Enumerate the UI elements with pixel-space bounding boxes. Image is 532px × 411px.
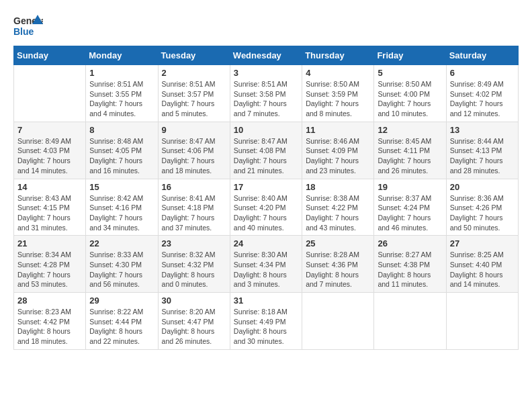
day-info: Sunrise: 8:50 AM Sunset: 4:00 PM Dayligh…: [378, 79, 442, 119]
calendar-cell: 17Sunrise: 8:40 AM Sunset: 4:20 PM Dayli…: [230, 179, 302, 236]
day-number: 11: [306, 125, 370, 135]
day-info: Sunrise: 8:18 AM Sunset: 4:49 PM Dayligh…: [234, 307, 298, 347]
day-number: 24: [234, 238, 298, 248]
calendar-cell: 15Sunrise: 8:42 AM Sunset: 4:16 PM Dayli…: [86, 179, 158, 236]
day-info: Sunrise: 8:38 AM Sunset: 4:22 PM Dayligh…: [306, 193, 370, 233]
calendar-cell: 30Sunrise: 8:20 AM Sunset: 4:47 PM Dayli…: [158, 293, 230, 350]
calendar-cell: [446, 293, 518, 350]
header-wednesday: Wednesday: [230, 46, 302, 65]
week-row-2: 7Sunrise: 8:49 AM Sunset: 4:03 PM Daylig…: [14, 122, 519, 179]
calendar-cell: 28Sunrise: 8:23 AM Sunset: 4:42 PM Dayli…: [14, 293, 86, 350]
calendar-cell: 12Sunrise: 8:45 AM Sunset: 4:11 PM Dayli…: [374, 122, 446, 179]
calendar-cell: 8Sunrise: 8:48 AM Sunset: 4:05 PM Daylig…: [86, 122, 158, 179]
day-info: Sunrise: 8:30 AM Sunset: 4:34 PM Dayligh…: [234, 250, 298, 289]
day-info: Sunrise: 8:51 AM Sunset: 3:55 PM Dayligh…: [89, 79, 154, 119]
week-row-5: 28Sunrise: 8:23 AM Sunset: 4:42 PM Dayli…: [14, 293, 519, 350]
day-info: Sunrise: 8:28 AM Sunset: 4:36 PM Dayligh…: [306, 250, 370, 289]
day-number: 23: [162, 238, 226, 248]
calendar-cell: 24Sunrise: 8:30 AM Sunset: 4:34 PM Dayli…: [230, 236, 302, 293]
logo: General Blue: [13, 13, 43, 39]
header-row: SundayMondayTuesdayWednesdayThursdayFrid…: [14, 46, 519, 65]
header-sunday: Sunday: [14, 46, 86, 65]
header-monday: Monday: [86, 46, 158, 65]
calendar-cell: 20Sunrise: 8:36 AM Sunset: 4:26 PM Dayli…: [446, 179, 518, 236]
calendar-cell: [14, 65, 86, 122]
calendar-cell: [302, 293, 374, 350]
day-info: Sunrise: 8:46 AM Sunset: 4:09 PM Dayligh…: [306, 136, 370, 176]
day-number: 6: [450, 68, 515, 78]
day-number: 17: [234, 182, 298, 192]
day-number: 4: [306, 68, 370, 78]
calendar-cell: 29Sunrise: 8:22 AM Sunset: 4:44 PM Dayli…: [86, 293, 158, 350]
day-info: Sunrise: 8:34 AM Sunset: 4:28 PM Dayligh…: [17, 250, 82, 289]
calendar-cell: 27Sunrise: 8:25 AM Sunset: 4:40 PM Dayli…: [446, 236, 518, 293]
day-number: 10: [234, 125, 298, 135]
day-number: 25: [306, 238, 370, 248]
calendar-cell: 18Sunrise: 8:38 AM Sunset: 4:22 PM Dayli…: [302, 179, 374, 236]
day-info: Sunrise: 8:47 AM Sunset: 4:06 PM Dayligh…: [162, 136, 226, 176]
day-number: 12: [378, 125, 442, 135]
calendar-cell: 23Sunrise: 8:32 AM Sunset: 4:32 PM Dayli…: [158, 236, 230, 293]
day-number: 21: [17, 238, 82, 248]
day-info: Sunrise: 8:42 AM Sunset: 4:16 PM Dayligh…: [89, 193, 154, 233]
day-number: 16: [162, 182, 226, 192]
day-number: 1: [89, 68, 154, 78]
calendar-cell: 7Sunrise: 8:49 AM Sunset: 4:03 PM Daylig…: [14, 122, 86, 179]
day-number: 27: [450, 238, 515, 248]
day-number: 14: [17, 182, 82, 192]
day-info: Sunrise: 8:43 AM Sunset: 4:15 PM Dayligh…: [17, 193, 82, 233]
day-number: 26: [378, 238, 442, 248]
day-info: Sunrise: 8:51 AM Sunset: 3:57 PM Dayligh…: [162, 79, 226, 119]
day-info: Sunrise: 8:36 AM Sunset: 4:26 PM Dayligh…: [450, 193, 515, 233]
calendar-cell: 3Sunrise: 8:51 AM Sunset: 3:58 PM Daylig…: [230, 65, 302, 122]
day-number: 28: [17, 295, 82, 306]
svg-text:Blue: Blue: [13, 26, 34, 37]
calendar-table: SundayMondayTuesdayWednesdayThursdayFrid…: [13, 46, 519, 350]
day-number: 18: [306, 182, 370, 192]
calendar-cell: 5Sunrise: 8:50 AM Sunset: 4:00 PM Daylig…: [374, 65, 446, 122]
calendar-cell: 22Sunrise: 8:33 AM Sunset: 4:30 PM Dayli…: [86, 236, 158, 293]
day-info: Sunrise: 8:41 AM Sunset: 4:18 PM Dayligh…: [162, 193, 226, 233]
day-number: 7: [17, 125, 82, 135]
calendar-cell: 4Sunrise: 8:50 AM Sunset: 3:59 PM Daylig…: [302, 65, 374, 122]
day-info: Sunrise: 8:51 AM Sunset: 3:58 PM Dayligh…: [234, 79, 298, 119]
calendar-cell: 6Sunrise: 8:49 AM Sunset: 4:02 PM Daylig…: [446, 65, 518, 122]
day-number: 9: [162, 125, 226, 135]
day-info: Sunrise: 8:40 AM Sunset: 4:20 PM Dayligh…: [234, 193, 298, 233]
day-number: 8: [89, 125, 154, 135]
calendar-cell: 13Sunrise: 8:44 AM Sunset: 4:13 PM Dayli…: [446, 122, 518, 179]
day-info: Sunrise: 8:25 AM Sunset: 4:40 PM Dayligh…: [450, 250, 515, 289]
day-info: Sunrise: 8:50 AM Sunset: 3:59 PM Dayligh…: [306, 79, 370, 119]
day-number: 15: [89, 182, 154, 192]
day-info: Sunrise: 8:44 AM Sunset: 4:13 PM Dayligh…: [450, 136, 515, 176]
day-info: Sunrise: 8:49 AM Sunset: 4:02 PM Dayligh…: [450, 79, 515, 119]
calendar-cell: 21Sunrise: 8:34 AM Sunset: 4:28 PM Dayli…: [14, 236, 86, 293]
calendar-cell: 31Sunrise: 8:18 AM Sunset: 4:49 PM Dayli…: [230, 293, 302, 350]
calendar-cell: 19Sunrise: 8:37 AM Sunset: 4:24 PM Dayli…: [374, 179, 446, 236]
day-info: Sunrise: 8:20 AM Sunset: 4:47 PM Dayligh…: [162, 307, 226, 347]
day-number: 19: [378, 182, 442, 192]
week-row-4: 21Sunrise: 8:34 AM Sunset: 4:28 PM Dayli…: [14, 236, 519, 293]
calendar-cell: 26Sunrise: 8:27 AM Sunset: 4:38 PM Dayli…: [374, 236, 446, 293]
header-thursday: Thursday: [302, 46, 374, 65]
calendar-cell: 16Sunrise: 8:41 AM Sunset: 4:18 PM Dayli…: [158, 179, 230, 236]
week-row-1: 1Sunrise: 8:51 AM Sunset: 3:55 PM Daylig…: [14, 65, 519, 122]
day-number: 30: [162, 295, 226, 306]
calendar-cell: 2Sunrise: 8:51 AM Sunset: 3:57 PM Daylig…: [158, 65, 230, 122]
calendar-cell: 10Sunrise: 8:47 AM Sunset: 4:08 PM Dayli…: [230, 122, 302, 179]
day-info: Sunrise: 8:48 AM Sunset: 4:05 PM Dayligh…: [89, 136, 154, 176]
day-info: Sunrise: 8:33 AM Sunset: 4:30 PM Dayligh…: [89, 250, 154, 289]
day-info: Sunrise: 8:47 AM Sunset: 4:08 PM Dayligh…: [234, 136, 298, 176]
day-info: Sunrise: 8:22 AM Sunset: 4:44 PM Dayligh…: [89, 307, 154, 347]
calendar-cell: 9Sunrise: 8:47 AM Sunset: 4:06 PM Daylig…: [158, 122, 230, 179]
day-info: Sunrise: 8:23 AM Sunset: 4:42 PM Dayligh…: [17, 307, 82, 347]
week-row-3: 14Sunrise: 8:43 AM Sunset: 4:15 PM Dayli…: [14, 179, 519, 236]
day-info: Sunrise: 8:32 AM Sunset: 4:32 PM Dayligh…: [162, 250, 226, 289]
day-info: Sunrise: 8:37 AM Sunset: 4:24 PM Dayligh…: [378, 193, 442, 233]
day-number: 2: [162, 68, 226, 78]
day-number: 29: [89, 295, 154, 306]
calendar-cell: 14Sunrise: 8:43 AM Sunset: 4:15 PM Dayli…: [14, 179, 86, 236]
logo-svg: General Blue: [13, 13, 43, 39]
day-info: Sunrise: 8:49 AM Sunset: 4:03 PM Dayligh…: [17, 136, 82, 176]
day-number: 31: [234, 295, 298, 306]
